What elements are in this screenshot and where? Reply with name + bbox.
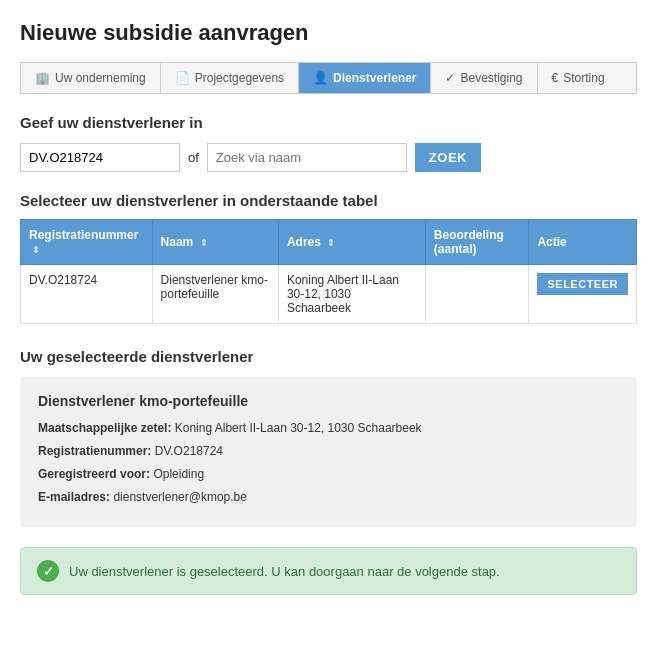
tab-projectgegevens[interactable]: 📄 Projectgegevens xyxy=(161,63,299,93)
card-line-email: E-mailadres: dienstverlener@kmop.be xyxy=(38,488,619,506)
sort-arrows-reg[interactable]: ⇕ xyxy=(32,245,40,255)
col-naam: Naam ⇕ xyxy=(152,220,278,265)
email-label: E-mailadres: xyxy=(38,490,110,504)
sort-arrows-naam[interactable]: ⇕ xyxy=(200,238,208,248)
table-section-title: Selecteer uw dienstverlener in onderstaa… xyxy=(20,192,637,209)
selected-section-title: Uw geselecteerde dienstverlener xyxy=(20,348,637,365)
card-line-geregistreerd: Geregistreerd voor: Opleiding xyxy=(38,465,619,483)
search-section: Geef uw dienstverlener in of ZOEK xyxy=(20,114,637,172)
tab-uw-onderneming[interactable]: 🏢 Uw onderneming xyxy=(21,63,161,93)
col-actie: Actie xyxy=(529,220,637,265)
euro-icon: € xyxy=(552,71,559,85)
cell-registratienummer: DV.O218724 xyxy=(21,265,153,324)
tab-storting-label: Storting xyxy=(563,71,604,85)
search-section-title: Geef uw dienstverlener in xyxy=(20,114,637,131)
document-icon: 📄 xyxy=(175,71,190,85)
geregistreerd-value-text: Opleiding xyxy=(153,467,204,481)
select-button[interactable]: SELECTEER xyxy=(537,273,628,295)
tab-dienstverlener-label: Dienstverlener xyxy=(333,71,416,85)
selected-section: Uw geselecteerde dienstverlener Dienstve… xyxy=(20,348,637,527)
tab-bevestiging-label: Bevestiging xyxy=(460,71,522,85)
id-input[interactable] xyxy=(20,143,180,172)
tab-uw-onderneming-label: Uw onderneming xyxy=(55,71,146,85)
geregistreerd-label: Geregistreerd voor: xyxy=(38,467,150,481)
col-registratienummer: Registratienummer ⇕ xyxy=(21,220,153,265)
success-text: Uw dienstverlener is geselecteerd. U kan… xyxy=(69,564,500,579)
card-line-registratie: Registratienummer: DV.O218724 xyxy=(38,442,619,460)
tab-bevestiging[interactable]: ✓ Bevestiging xyxy=(431,63,537,93)
name-search-input[interactable] xyxy=(207,143,407,172)
person-icon: 👤 xyxy=(313,71,328,85)
cell-adres: Koning Albert II-Laan 30-12, 1030 Schaar… xyxy=(278,265,425,324)
cell-actie: SELECTEER xyxy=(529,265,637,324)
success-message: ✓ Uw dienstverlener is geselecteerd. U k… xyxy=(20,547,637,595)
building-icon: 🏢 xyxy=(35,71,50,85)
card-provider-name: Dienstverlener kmo-portefeuille xyxy=(38,393,619,409)
tab-projectgegevens-label: Projectgegevens xyxy=(195,71,284,85)
provider-card: Dienstverlener kmo-portefeuille Maatscha… xyxy=(20,377,637,527)
zetel-label: Maatschappelijke zetel: xyxy=(38,421,171,435)
registratie-value-text: DV.O218724 xyxy=(155,444,223,458)
email-value-text: dienstverlener@kmop.be xyxy=(113,490,247,504)
cell-naam: Dienstverlener kmo-portefeuille xyxy=(152,265,278,324)
zetel-value-text: Koning Albert II-Laan 30-12, 1030 Schaar… xyxy=(175,421,422,435)
or-label: of xyxy=(188,150,199,165)
success-icon: ✓ xyxy=(37,560,59,582)
cell-beoordeling xyxy=(425,265,529,324)
providers-table: Registratienummer ⇕ Naam ⇕ Adres ⇕ Beoor… xyxy=(20,219,637,324)
page-title: Nieuwe subsidie aanvragen xyxy=(20,20,637,46)
col-adres: Adres ⇕ xyxy=(278,220,425,265)
table-header-row: Registratienummer ⇕ Naam ⇕ Adres ⇕ Beoor… xyxy=(21,220,637,265)
search-row: of ZOEK xyxy=(20,143,637,172)
tab-dienstverlener[interactable]: 👤 Dienstverlener xyxy=(299,63,431,93)
card-line-zetel: Maatschappelijke zetel: Koning Albert II… xyxy=(38,419,619,437)
tabs-container: 🏢 Uw onderneming 📄 Projectgegevens 👤 Die… xyxy=(20,62,637,94)
search-button[interactable]: ZOEK xyxy=(415,143,481,172)
table-row: DV.O218724 Dienstverlener kmo-portefeuil… xyxy=(21,265,637,324)
sort-arrows-adres[interactable]: ⇕ xyxy=(327,238,335,248)
tab-storting[interactable]: € Storting xyxy=(538,63,619,93)
table-section: Selecteer uw dienstverlener in onderstaa… xyxy=(20,192,637,324)
registratie-label: Registratienummer: xyxy=(38,444,151,458)
col-beoordeling: Beoordeling (aantal) xyxy=(425,220,529,265)
checkmark-icon: ✓ xyxy=(445,71,455,85)
